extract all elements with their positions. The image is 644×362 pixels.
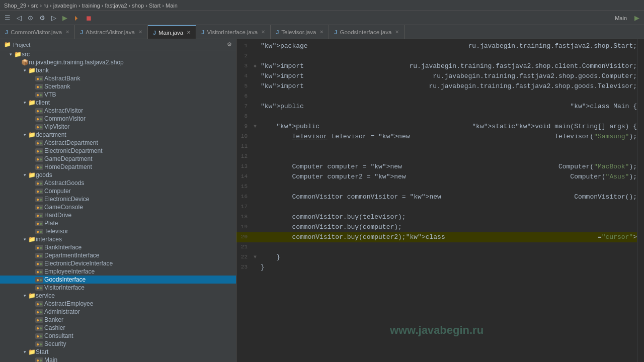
code-2[interactable] xyxy=(259,51,637,61)
sidebar-gear[interactable]: ⚙ xyxy=(227,41,232,48)
tab-close-main[interactable]: ✕ xyxy=(187,30,191,35)
tab-televisor[interactable]: JTelevisor.java✕ xyxy=(271,25,329,39)
code-9[interactable]: "kw">public xyxy=(259,122,472,132)
code-16[interactable]: CommonVisitor commonVisitor = "kw">new xyxy=(259,192,574,202)
tree-item-EmployeeInterface[interactable]: ●● EmployeeInterface xyxy=(0,267,236,276)
tree-item-Plate[interactable]: ●● Plate xyxy=(0,219,236,227)
tree-item-ElectronicDeviceInterface[interactable]: ●● ElectronicDeviceInterface xyxy=(0,259,236,267)
editor-line-13: 13 Computer computer = "kw">new Computer… xyxy=(236,162,637,172)
tree-item-AbstractDepartment[interactable]: ●● AbstractDepartment xyxy=(0,139,236,147)
stop-button[interactable]: ◼ xyxy=(84,13,94,23)
fold-5 xyxy=(252,81,259,92)
toolbar-btn-3[interactable]: ⊙ xyxy=(25,13,36,23)
tab-close-abstractvisitor[interactable]: ✕ xyxy=(138,29,142,35)
code-1[interactable]: "kw">package xyxy=(259,41,468,51)
code-22[interactable]: } xyxy=(259,252,637,262)
tree-item-Sberbank[interactable]: ●● Sberbank xyxy=(0,82,236,90)
code-6[interactable] xyxy=(259,92,637,102)
fold-7 xyxy=(252,102,259,112)
tab-abstractvisitor[interactable]: JAbstractVisitor.java✕ xyxy=(75,25,148,39)
code-10[interactable]: Televisor televisor = "kw">new xyxy=(259,132,554,142)
tree-item-src[interactable]: ▾ 📁 src xyxy=(0,50,236,58)
toolbar-btn-2[interactable]: ◁ xyxy=(14,13,24,23)
code-23[interactable]: } xyxy=(259,262,637,273)
line-number-10: 10 xyxy=(236,132,252,142)
tree-item-BankInterface[interactable]: ●● BankInterface xyxy=(0,243,236,251)
code-21[interactable] xyxy=(259,242,637,252)
tree-item-DepartmentInterface[interactable]: ●● DepartmentInterface xyxy=(0,251,236,259)
label-ElectronicDeviceInterface: ElectronicDeviceInterface xyxy=(44,260,236,267)
label-interfaces: interfaces xyxy=(36,236,236,243)
code-4[interactable]: "kw">import xyxy=(259,71,433,81)
tree-item-GoodsInterface[interactable]: ●● GoodsInterface xyxy=(0,276,236,284)
fold-20 xyxy=(252,232,259,242)
tree-item-Administrator[interactable]: ●● Administrator xyxy=(0,308,236,316)
editor-line-22: 22 ▼ } xyxy=(236,252,637,262)
label-ru-pkg: ru.javabegin.training.fastjava2.shop xyxy=(29,59,236,66)
toolbar-btn-1[interactable]: ☰ xyxy=(2,13,13,23)
tree-item-ElectronicDevice[interactable]: ●● ElectronicDevice xyxy=(0,195,236,203)
editor[interactable]: 1 "kw">package ru.javabegin.training.fas… xyxy=(236,39,637,362)
tree-item-Televisor[interactable]: ●● Televisor xyxy=(0,227,236,235)
tree-item-Security[interactable]: ●● Security xyxy=(0,340,236,348)
tree-item-VTB[interactable]: ●● VTB xyxy=(0,90,236,99)
code-20[interactable]: commonVisitor.buy(computer2);"kw">class xyxy=(259,232,598,242)
tree-item-Banker[interactable]: ●● Banker xyxy=(0,316,236,324)
tab-close-televisor[interactable]: ✕ xyxy=(319,29,324,35)
code-11[interactable] xyxy=(259,142,637,152)
code-8[interactable] xyxy=(259,112,637,122)
code-15[interactable] xyxy=(259,182,637,192)
tree-item-ru-pkg[interactable]: 📦 ru.javabegin.training.fastjava2.shop xyxy=(0,58,236,66)
tree-item-AbstractGoods[interactable]: ●● AbstractGoods xyxy=(0,179,236,187)
toolbar-btn-4[interactable]: ⚙ xyxy=(37,13,48,23)
run-button[interactable]: ▶ xyxy=(60,13,70,23)
tree-item-ElectronicDepartment[interactable]: ●● ElectronicDepartment xyxy=(0,147,236,155)
code-17[interactable] xyxy=(259,202,637,212)
code-3[interactable]: "kw">import xyxy=(259,61,410,71)
tree-item-VisitorInterface[interactable]: ●● VisitorInterface xyxy=(0,284,236,292)
debug-button[interactable]: ⏵ xyxy=(71,13,83,23)
tab-goodsinterface[interactable]: JGoodsInterface.java✕ xyxy=(329,25,405,39)
tree-item-goods[interactable]: ▾ 📁 goods xyxy=(0,171,236,179)
tree-item-AbstractEmployee[interactable]: ●● AbstractEmployee xyxy=(0,300,236,308)
tab-commonvisitor[interactable]: JCommonVisitor.java✕ xyxy=(0,25,75,39)
line-number-22: 22 xyxy=(236,252,252,262)
tree-item-VipVisitor[interactable]: ●● VipVisitor xyxy=(0,123,236,131)
tab-close-goodsinterface[interactable]: ✕ xyxy=(395,29,399,35)
tree-item-GameDepartment[interactable]: ●● GameDepartment xyxy=(0,155,236,163)
tree-item-Computer[interactable]: ●● Computer xyxy=(0,187,236,195)
tab-visitorinterface[interactable]: JVisitorInterface.java✕ xyxy=(196,25,271,39)
tree-item-Main[interactable]: ●● Main xyxy=(0,356,236,362)
code-14[interactable]: Computer computer2 = "kw">new xyxy=(259,172,570,182)
tree-item-Start[interactable]: ▾ 📁 Start xyxy=(0,348,236,356)
run-config-run[interactable]: ▶ xyxy=(632,13,642,23)
tab-close-commonvisitor[interactable]: ✕ xyxy=(65,29,69,35)
tree-item-client[interactable]: ▾ 📁 client xyxy=(0,99,236,107)
arrow-goods: ▾ xyxy=(21,172,28,177)
code-18[interactable]: commonVisitor.buy(televisor); xyxy=(259,212,637,222)
tree-item-bank[interactable]: ▾ 📁 bank xyxy=(0,66,236,74)
tab-close-visitorinterface[interactable]: ✕ xyxy=(261,29,265,35)
tree-item-AbstractVisitor[interactable]: ●● AbstractVisitor xyxy=(0,107,236,115)
editor-line-19: 19 commonVisitor.buy(computer); xyxy=(236,222,637,232)
code-7[interactable]: "kw">public xyxy=(259,102,570,112)
tab-icon-goodsinterface: J xyxy=(334,29,337,35)
tree-item-department[interactable]: ▾ 📁 department xyxy=(0,131,236,139)
editor-line-14: 14 Computer computer2 = "kw">new Compute… xyxy=(236,172,637,182)
tree-item-HardDrive[interactable]: ●● HardDrive xyxy=(0,211,236,219)
code-12[interactable] xyxy=(259,152,637,162)
tree-item-Cashier[interactable]: ●● Cashier xyxy=(0,324,236,332)
toolbar-btn-5[interactable]: ▷ xyxy=(49,13,59,23)
tree-item-Consultant[interactable]: ●● Consultant xyxy=(0,332,236,340)
code-19[interactable]: commonVisitor.buy(computer); xyxy=(259,222,637,232)
tree-item-AbstractBank[interactable]: ●● AbstractBank xyxy=(0,74,236,82)
tree-item-HomeDepartment[interactable]: ●● HomeDepartment xyxy=(0,163,236,171)
code-5[interactable]: "kw">import xyxy=(259,81,429,92)
tree-item-GameConsole[interactable]: ●● GameConsole xyxy=(0,203,236,211)
label-client: client xyxy=(36,99,236,106)
code-13[interactable]: Computer computer = "kw">new xyxy=(259,162,558,172)
tree-item-service[interactable]: ▾ 📁 service xyxy=(0,292,236,300)
tree-item-interfaces[interactable]: ▾ 📁 interfaces xyxy=(0,235,236,243)
tree-item-CommonVisitor[interactable]: ●● CommonVisitor xyxy=(0,115,236,123)
tab-main[interactable]: JMain.java✕ xyxy=(148,25,196,39)
